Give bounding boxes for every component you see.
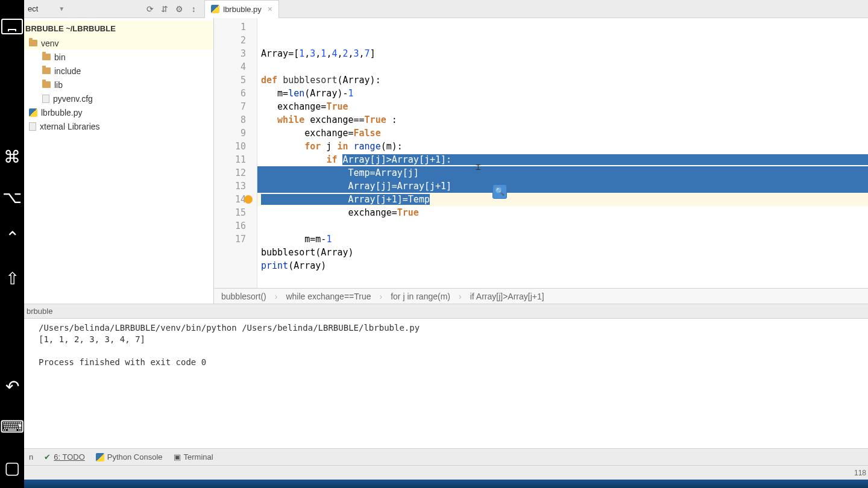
code-line[interactable]: if Array[j]>Array[j+1]: <box>257 153 868 166</box>
code-line[interactable]: Array[j]=Array[j+1] <box>257 180 868 193</box>
option-icon[interactable]: ⌥ <box>0 186 24 208</box>
tab-run[interactable]: n <box>29 452 33 461</box>
command-icon[interactable]: ⌘ <box>0 146 24 168</box>
code-area[interactable]: Array=[1,3,1,4,2,3,7]def bubblesort(Arra… <box>257 18 868 288</box>
chevron-right-icon: › <box>275 292 278 301</box>
chevron-right-icon: › <box>380 292 383 301</box>
line-number: 11 <box>214 153 257 166</box>
tab-terminal[interactable]: ▣Terminal <box>174 452 213 461</box>
code-line[interactable]: while exchange==True : <box>257 113 868 127</box>
line-number: 5 <box>214 74 257 87</box>
collapse-icon[interactable]: ⇵ <box>159 3 171 15</box>
line-number: 10 <box>214 140 257 153</box>
python-file-icon <box>211 5 219 13</box>
tree-item-label: lib <box>54 80 63 90</box>
gear-icon[interactable]: ⚙ <box>173 3 185 15</box>
run-output[interactable]: /Users/belinda/LBRBUBLE/venv/bin/python … <box>24 319 868 448</box>
folder-icon <box>42 81 51 88</box>
code-line[interactable] <box>257 219 868 233</box>
code-line[interactable]: print(Array) <box>257 259 868 272</box>
tree-item[interactable]: lbrbuble.py <box>24 105 213 119</box>
chevron-down-icon[interactable]: ▼ <box>58 5 64 12</box>
ide-window: ect ▼ ⟳ ⇵ ⚙ ↕ lbrbuble.py × BRBUBLE ~/LB… <box>24 0 868 488</box>
line-number: 6 <box>214 87 257 100</box>
tree-item[interactable]: venv <box>24 36 213 50</box>
tree-item-label: bin <box>54 52 66 62</box>
line-number: 7 <box>214 100 257 113</box>
monitor-icon[interactable] <box>0 15 24 37</box>
code-line[interactable]: exchange=False <box>257 127 868 140</box>
folder-icon <box>42 54 51 60</box>
line-number: 13 <box>214 180 257 193</box>
main-toolbar: ect ▼ ⟳ ⇵ ⚙ ↕ lbrbuble.py × <box>24 0 868 18</box>
line-number: 12 <box>214 166 257 180</box>
python-file-icon <box>29 108 37 117</box>
tab-todo[interactable]: ✔6: TODO <box>44 452 85 461</box>
code-line[interactable]: m=len(Array)-1 <box>257 87 868 100</box>
line-number: 1 <box>214 20 257 34</box>
line-number: 4 <box>214 60 257 74</box>
project-tree[interactable]: BRBUBLE ~/LBRBUBLE venvbinincludelibpyve… <box>24 18 214 304</box>
breadcrumb-item[interactable]: for j in range(m) <box>391 292 450 301</box>
editor[interactable]: 1234567891011121314151617 Array=[1,3,1,4… <box>214 18 868 288</box>
tool-window-bar: n ✔6: TODO Python Console ▣Terminal 🔍 <box>24 448 868 465</box>
trackpad-icon[interactable]: ▢ <box>0 457 24 479</box>
project-root[interactable]: BRBUBLE ~/LBRBUBLE <box>24 20 213 36</box>
tree-item-label: venv <box>41 39 59 48</box>
line-number: 9 <box>214 127 257 140</box>
breadcrumb-item[interactable]: if Array[j]>Array[j+1] <box>470 292 544 301</box>
tree-item-label: xternal Libraries <box>40 122 100 131</box>
close-icon[interactable]: × <box>268 4 272 14</box>
editor-tab[interactable]: lbrbuble.py × <box>204 0 279 18</box>
terminal-icon: ▣ <box>174 452 181 461</box>
intention-bulb-icon[interactable] <box>244 195 253 204</box>
breadcrumb-item[interactable]: while exchange==True <box>286 292 371 301</box>
tab-python-console[interactable]: Python Console <box>96 452 163 461</box>
keyboard-icon[interactable]: ⌨ <box>0 416 24 438</box>
code-line[interactable]: for j in range(m): <box>257 140 868 153</box>
code-line[interactable]: Array=[1,3,1,4,2,3,7] <box>257 47 868 60</box>
code-line[interactable]: Temp=Array[j] <box>257 166 868 180</box>
python-icon <box>96 453 104 461</box>
chevron-right-icon: › <box>459 292 462 301</box>
line-number: 17 <box>214 233 257 246</box>
line-gutter: 1234567891011121314151617 <box>214 18 257 288</box>
code-line[interactable]: exchange=True <box>257 206 868 219</box>
refresh-icon[interactable]: ⟳ <box>144 3 156 15</box>
line-number: 15 <box>214 206 257 219</box>
code-line[interactable] <box>257 60 868 74</box>
code-line[interactable]: m=m-1 <box>257 233 868 246</box>
code-line[interactable]: def bubblesort(Array): <box>257 74 868 87</box>
run-panel: brbuble /Users/belinda/LBRBUBLE/venv/bin… <box>24 304 868 465</box>
breadcrumb-bar: bubblesort() › while exchange==True › fo… <box>214 288 868 304</box>
undo-icon[interactable]: ↶ <box>0 375 24 398</box>
tree-item[interactable]: xternal Libraries <box>24 119 213 133</box>
tree-item-label: include <box>54 66 81 76</box>
code-line[interactable]: Array[j+1]=Temp <box>257 193 868 206</box>
status-selection: 118 chars, 3 line breaks <box>854 469 868 477</box>
tree-item[interactable]: pyvenv.cfg <box>24 92 213 105</box>
tree-item[interactable]: bin <box>24 50 213 64</box>
code-line[interactable]: exchange=True <box>257 100 868 113</box>
tree-item-label: pyvenv.cfg <box>53 94 93 104</box>
breadcrumb-item[interactable]: bubblesort() <box>221 292 266 301</box>
system-dock: ⌘ ⌥ ⌃ ⇧ ↶ ⌨ ▢ <box>0 0 24 488</box>
folder-icon <box>29 40 37 46</box>
folder-icon <box>42 67 51 74</box>
tree-item[interactable]: include <box>24 64 213 78</box>
line-number: 8 <box>214 113 257 127</box>
editor-pane: 1234567891011121314151617 Array=[1,3,1,4… <box>214 18 868 304</box>
run-tab-label[interactable]: brbuble <box>24 304 868 319</box>
tab-filename: lbrbuble.py <box>223 5 262 14</box>
project-selector-label[interactable]: ect <box>28 4 38 13</box>
line-number: 2 <box>214 34 257 47</box>
shift-icon[interactable]: ⇧ <box>0 267 24 290</box>
code-line[interactable]: bubblesort(Array) <box>257 246 868 259</box>
file-icon <box>29 122 36 131</box>
tree-item[interactable]: lib <box>24 78 213 92</box>
sort-icon[interactable]: ↕ <box>187 3 200 15</box>
line-number: 3 <box>214 47 257 60</box>
search-popup-icon[interactable]: 🔍 <box>492 184 507 199</box>
control-icon[interactable]: ⌃ <box>0 227 24 249</box>
status-bar: 118 chars, 3 line breaks 12:32 LF U <box>24 465 868 480</box>
